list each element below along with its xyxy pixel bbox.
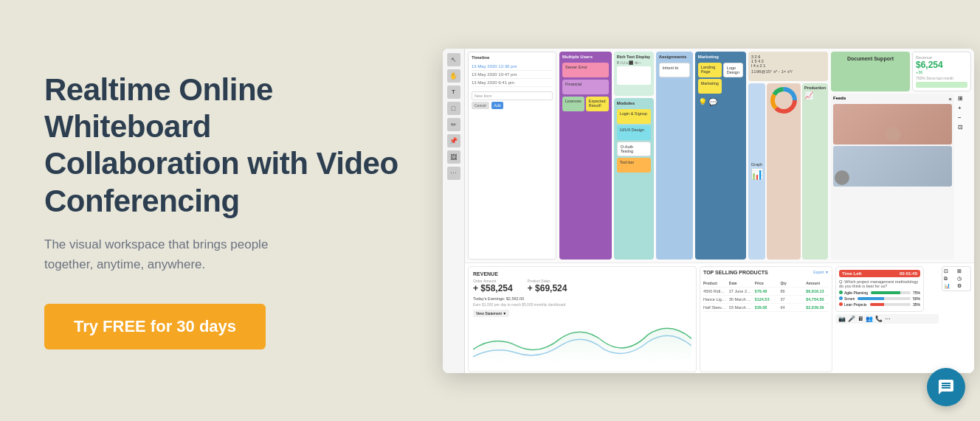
col-label-assignments: Assignments xyxy=(659,55,690,59)
date-3: 03 March 2018 xyxy=(729,305,752,310)
chart-stat-2: Product Sales + $69,524 xyxy=(528,279,567,293)
col-price: Price xyxy=(755,281,778,285)
qty-1: 86 xyxy=(780,289,803,293)
icon-home[interactable]: ⊞ xyxy=(958,95,970,102)
card-inherit: Inherit bt xyxy=(659,63,690,77)
left-panel: Realtime Online Whiteboard Collaboration… xyxy=(44,72,398,350)
price-2: $124.53 xyxy=(755,297,778,302)
amount-1: $6,916.13 xyxy=(806,289,829,293)
kanban-col-multiple-users: Multiple Users Server Error Financial Li… xyxy=(559,52,612,260)
cta-button[interactable]: Try FREE for 30 days xyxy=(44,304,266,349)
extra-right-panel: ⊡ ⊞ ⧉ ◷ 📊 ⚙ xyxy=(942,266,971,372)
revenue-change: +36 xyxy=(916,70,967,74)
camera-icon[interactable]: 📷 xyxy=(838,316,846,322)
tool-text[interactable]: T xyxy=(447,86,460,99)
view-statement-btn[interactable]: View Statement ▼ xyxy=(473,310,509,317)
phone-icon[interactable]: 📞 xyxy=(875,316,883,322)
timeline-title: Timeline xyxy=(472,55,553,60)
production-card: Production 📈 xyxy=(802,83,828,260)
feeds-header: Feeds × xyxy=(833,96,952,102)
grid-icon-3[interactable]: ⧉ xyxy=(944,276,956,282)
timer-label: Time Left xyxy=(842,271,862,276)
tool-hand[interactable]: ✋ xyxy=(447,69,460,83)
graph-icon: 📊 xyxy=(750,168,763,180)
people-icon[interactable]: 👥 xyxy=(866,316,873,322)
tool-image[interactable]: 🖼 xyxy=(447,150,460,164)
rich-text-label: Rich Text Display xyxy=(617,55,651,59)
card-licences: Licences xyxy=(562,97,584,111)
option-lean: Lean Projects 35% xyxy=(839,302,920,307)
col-label-multiple-users: Multiple Users xyxy=(562,55,609,59)
revenue-bar xyxy=(916,82,967,88)
option-dot-scrum xyxy=(839,296,843,300)
option-label-scrum: Scrum xyxy=(844,296,855,301)
grid-icon-2[interactable]: ⊞ xyxy=(957,268,969,274)
mic-icon[interactable]: 🎤 xyxy=(848,316,855,322)
screen-icon[interactable]: 🖥 xyxy=(858,316,863,322)
icon-minus[interactable]: − xyxy=(958,114,970,121)
icon-fit[interactable]: ⊡ xyxy=(958,124,970,131)
col-amount: Amount xyxy=(806,281,829,285)
more-icon[interactable]: ⋯ xyxy=(885,316,891,322)
qty-2: 37 xyxy=(780,297,803,302)
kanban-col-modules: Modules Login & Signup UI/UX Design O-Au… xyxy=(614,98,654,260)
wb-main: Timeline 13 May 2020 12:36 pm 13 May 202… xyxy=(465,49,974,373)
option-label-agile: Agile Planning xyxy=(844,290,868,295)
math-content: 3 2 61 5 4 2l 4 s 2 1 xyxy=(751,55,825,68)
tool-sticky[interactable]: 📌 xyxy=(447,134,460,147)
card-expected: Expected Result! xyxy=(586,97,609,111)
rich-text-toolbar: B I U ≡ ⬛ ⚙ □ xyxy=(617,60,651,65)
tool-shape[interactable]: □ xyxy=(447,102,460,115)
option-agile: Agile Planning 75% xyxy=(839,290,920,295)
date-1: 27 June 2018 xyxy=(729,289,752,293)
math-card: 3 2 61 5 4 2l 4 s 2 1 1196@15° x² - 1= x… xyxy=(748,52,828,81)
feeds-section: Feeds × xyxy=(831,94,971,260)
rich-text-card: Rich Text Display B I U ≡ ⬛ ⚙ □ xyxy=(614,52,654,96)
production-label: Production xyxy=(804,86,826,90)
video-feed-2 xyxy=(833,146,952,187)
feeds-close[interactable]: × xyxy=(948,96,952,102)
icon-strip: ⊞ + − ⊡ xyxy=(956,94,971,260)
col-label-marketing: Marketing xyxy=(698,55,743,59)
chart-stat-1: Order Amount + $58,254 xyxy=(473,279,513,293)
add-btn[interactable]: Add xyxy=(491,102,504,109)
rich-text-area[interactable] xyxy=(617,66,651,85)
grid-icon-6[interactable]: ⚙ xyxy=(957,283,969,289)
timer-panel: Time Left 00:01:45 Q: Which project mana… xyxy=(835,266,924,312)
icon-plus[interactable]: + xyxy=(958,105,970,111)
chart-stats: Order Amount + $58,254 Product Sales + $… xyxy=(473,279,691,293)
bar-lean xyxy=(870,303,911,306)
wb-bottom-section: REVENUE Order Amount + $58,254 Product S… xyxy=(465,262,974,373)
date-2: 30 March 2018 xyxy=(729,297,752,302)
revenue-chart: REVENUE Order Amount + $58,254 Product S… xyxy=(468,266,697,372)
chat-widget[interactable] xyxy=(927,368,965,406)
bottom-toolbar: 📷 🎤 🖥 👥 📞 ⋯ xyxy=(835,314,939,324)
donut-card xyxy=(767,83,801,260)
subheadline: The visual workspace that brings people … xyxy=(44,234,295,274)
timer-value: 00:01:45 xyxy=(900,271,917,276)
feeds-panel: Feeds × xyxy=(831,94,954,260)
wb-top-section: Timeline 13 May 2020 12:36 pm 13 May 202… xyxy=(465,49,974,262)
tool-more[interactable]: ⋯ xyxy=(447,167,460,180)
timer-question: Q: Which project management methodology … xyxy=(839,279,920,288)
grid-icon-1[interactable]: ⊡ xyxy=(944,268,956,274)
new-item-field[interactable]: New Item xyxy=(472,91,553,100)
kanban-col-uiux: Rich Text Display B I U ≡ ⬛ ⚙ □ Modules … xyxy=(614,52,654,260)
modules-cards: Login & Signup UI/UX Design O-Auth Testi… xyxy=(617,109,651,173)
card-server-error: Server Error xyxy=(562,63,609,77)
tool-pen[interactable]: ✏ xyxy=(447,118,460,131)
wb-toolbar: ↖ ✋ T □ ✏ 📌 🖼 ⋯ xyxy=(443,49,465,373)
doc-revenue-row: Document Support Revenue $6,254 +36 700%… xyxy=(831,52,971,91)
timeline-actions: Cancel Add xyxy=(472,102,553,109)
grid-icon-5[interactable]: 📊 xyxy=(944,283,956,289)
option-scrum: Scrum 50% xyxy=(839,296,920,301)
cancel-btn[interactable]: Cancel xyxy=(472,102,489,109)
marketing-left: Landing Page Marketing xyxy=(698,63,722,94)
products-table: TOP SELLING PRODUCTS Export ▼ Product Da… xyxy=(700,266,832,372)
tool-cursor[interactable]: ↖ xyxy=(447,53,460,66)
card-marketing: Marketing xyxy=(698,79,722,94)
wb-timeline: Timeline 13 May 2020 12:36 pm 13 May 202… xyxy=(468,52,556,260)
grid-icon-4[interactable]: ◷ xyxy=(957,276,969,282)
export-btn[interactable]: Export ▼ xyxy=(813,270,829,277)
timer-chat-panels: Time Left 00:01:45 Q: Which project mana… xyxy=(835,266,939,372)
